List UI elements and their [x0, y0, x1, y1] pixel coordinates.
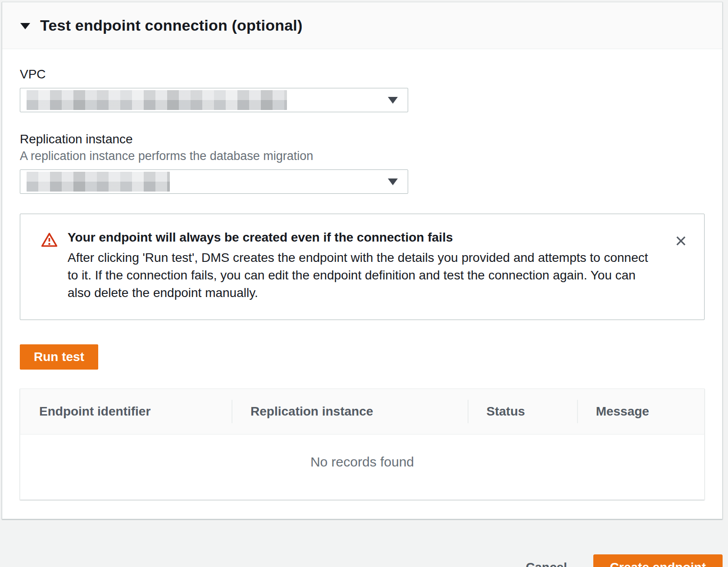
table-header-row: Endpoint identifier Replication instance… — [20, 389, 704, 434]
warning-content: Your endpoint will always be created eve… — [68, 230, 673, 302]
section-title: Test endpoint connection (optional) — [40, 17, 302, 34]
run-test-button[interactable]: Run test — [20, 344, 98, 370]
column-header-replication-instance: Replication instance — [232, 389, 468, 434]
column-header-endpoint-identifier: Endpoint identifier — [20, 389, 232, 434]
replication-instance-select[interactable] — [20, 169, 408, 194]
form-actions-footer: Cancel Create endpoint — [0, 519, 728, 567]
redacted-replication-instance-value — [27, 172, 170, 192]
create-endpoint-button[interactable]: Create endpoint — [593, 554, 723, 567]
test-endpoint-connection-section: Test endpoint connection (optional) VPC … — [2, 2, 723, 519]
warning-alert: Your endpoint will always be created eve… — [20, 214, 705, 320]
test-results-table: Endpoint identifier Replication instance… — [20, 389, 705, 500]
section-header[interactable]: Test endpoint connection (optional) — [2, 2, 722, 49]
section-body: VPC Replication instance A replication i… — [2, 49, 722, 519]
warning-title: Your endpoint will always be created eve… — [68, 230, 660, 245]
collapse-triangle-icon — [20, 23, 30, 29]
column-header-message: Message — [577, 389, 704, 434]
vpc-select[interactable] — [20, 88, 408, 112]
cancel-button[interactable]: Cancel — [515, 556, 578, 567]
replication-instance-field: Replication instance A replication insta… — [20, 132, 705, 194]
redacted-vpc-value — [27, 90, 287, 110]
vpc-field: VPC — [20, 67, 705, 112]
warning-triangle-icon — [41, 232, 58, 249]
chevron-down-icon — [388, 178, 398, 185]
close-icon — [674, 242, 688, 249]
vpc-label: VPC — [20, 67, 705, 82]
warning-body: After clicking 'Run test', DMS creates t… — [68, 249, 653, 302]
dismiss-warning-button[interactable] — [673, 233, 689, 250]
replication-instance-description: A replication instance performs the data… — [20, 149, 705, 163]
column-header-status: Status — [468, 389, 577, 434]
replication-instance-label: Replication instance — [20, 132, 705, 146]
empty-state-message: No records found — [20, 434, 704, 499]
chevron-down-icon — [388, 97, 398, 104]
